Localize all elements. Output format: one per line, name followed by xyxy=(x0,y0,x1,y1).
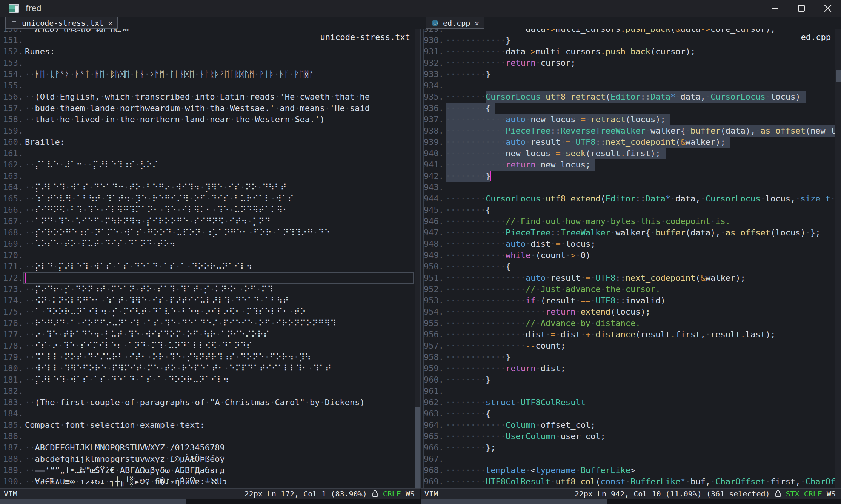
code-line[interactable]: 186. xyxy=(0,431,415,442)
code-line[interactable]: 939.············auto·result·=·UTF8::next… xyxy=(424,137,835,148)
code-line[interactable]: 183.··(The·first·couple·of·paragraphs·of… xyxy=(0,397,415,408)
code-line[interactable]: 173.··⡍⠔⠙⠖·⡊·⠙⠕⠝⠰⠞·⠍⠑⠁⠝·⠞⠕·⠎⠁⠹·⠹⠁⠞·⡊·⠅⠝⠪… xyxy=(0,284,415,295)
code-line[interactable]: 161. xyxy=(0,148,415,159)
code-line[interactable]: 179.··⠩⠁⠇⠇·⠝⠕⠞·⠙⠊⠌⠥⠗⠃·⠊⠞⠂·⠕⠗·⠹⠑·⡊⠳⠝⠞⠗⠹⠰⠎… xyxy=(0,352,415,363)
code-line[interactable]: 935.········CursorLocus·utf8_retract(Edi… xyxy=(424,91,835,103)
code-line[interactable]: 174.··⠪⠝·⠅⠝⠪⠇⠫⠛⠑⠂·⠱⠁⠞·⠹⠻⠑·⠊⠎·⠏⠜⠞⠊⠊⠥⠇⠜⠇⠹·… xyxy=(0,295,415,306)
code-line[interactable]: 949.············while·(count·>·0) xyxy=(424,250,835,261)
code-line[interactable]: 944.········CursorLocus·utf8_extend(Edit… xyxy=(424,193,835,204)
status-flags[interactable]: STX CRLF WS xyxy=(786,489,836,498)
code-line[interactable]: 962.········struct·UTF8ColResult xyxy=(424,397,835,408)
editor-pane-right[interactable]: ed.cpp 929.················data->multi_c… xyxy=(424,29,835,488)
code-line[interactable]: 167.··⠁⠝⠙·⠹⠑·⠡⠊⠑⠋·⠍⠳⠗⠝⠻⠲·⡎⠊⠗⠕⠕⠛⠑·⠎⠊⠛⠝⠫·⠊… xyxy=(0,216,415,227)
code-line[interactable]: 953.················if·(result·==·UTF8::… xyxy=(424,295,835,306)
code-line[interactable]: 956.················dist·=·dist·+·distan… xyxy=(424,329,835,340)
status-flag-ws[interactable]: WS xyxy=(827,489,836,498)
code-line[interactable]: 169.··⠡⠕⠎⠑·⠞⠕·⠏⠥⠞·⠙⠊⠎·⠙⠁⠝⠙·⠞⠕⠲ xyxy=(0,238,415,250)
code-line[interactable]: 937.············auto·new_locus·=·retract… xyxy=(424,114,835,125)
code-line[interactable]: 963.········{ xyxy=(424,408,835,419)
code-line[interactable]: 153. xyxy=(0,57,415,69)
code-line[interactable]: 188.··abcdefghijklmnopqrstuvwxyz·£©µÀÆÖÞ… xyxy=(0,453,415,465)
code-line[interactable]: 959.············return·dist; xyxy=(424,363,835,374)
code-line[interactable]: 929.················data->multi_cursors.… xyxy=(424,29,835,35)
code-line[interactable]: 162.··⡌⠁⠧⠑·⠼⠁⠒··⡍⠜⠇⠑⠹⠰⠎·⡣⠕⠌ xyxy=(0,159,415,171)
status-flag-crlf[interactable]: CRLF xyxy=(804,489,822,498)
editor-pane-left[interactable]: unicode-stress.txt 150.··እግርህን·በፍራሽህ·ልክ·… xyxy=(0,29,415,488)
code-line[interactable]: 965.············UserColumn·user_col; xyxy=(424,431,835,442)
status-flags[interactable]: CRLF WS xyxy=(383,489,415,498)
code-line[interactable]: 156.··(Old·English,·which·transcribed·in… xyxy=(0,91,415,103)
code-line[interactable]: 930.············} xyxy=(424,35,835,46)
code-line[interactable]: 172. xyxy=(0,272,415,284)
code-line[interactable]: 189.··–—‘“”„†•…‰™œŠŸž€·ΑΒΓΔΩαβγδω·АБВГДа… xyxy=(0,465,415,476)
scrollbar-thumb[interactable] xyxy=(421,499,607,504)
code-line[interactable]: 942.········} xyxy=(424,171,835,182)
vertical-scrollbar-right[interactable] xyxy=(835,29,841,488)
code-line[interactable]: 168.··⡎⠊⠗⠕⠕⠛⠑⠰⠎·⠝⠁⠍⠑·⠺⠁⠎·⠛⠕⠕⠙·⠥⠏⠕⠝·⠰⡡⠁⠝⠛… xyxy=(0,227,415,238)
code-line[interactable]: 945.········{ xyxy=(424,204,835,216)
code-line[interactable]: 166.··⠎⠊⠛⠝⠫·⠃⠹·⠹⠑·⠊⠇⠻⠛⠹⠍⠁⠝⠂·⠹⠑·⠊⠇⠻⠅⠂·⠹⠑·… xyxy=(0,204,415,216)
code-line[interactable]: 933.········} xyxy=(424,69,835,80)
code-line[interactable]: 969.········UTF8ColResult·utf8_col(const… xyxy=(424,476,835,487)
code-line[interactable]: 938.············PieceTree::ReverseTreeWa… xyxy=(424,125,835,137)
vertical-scrollbar-left[interactable] xyxy=(415,29,420,488)
code-line[interactable]: 170. xyxy=(0,250,415,261)
scrollbar-thumb[interactable] xyxy=(415,407,420,488)
code-line[interactable]: 932.············return·cursor; xyxy=(424,57,835,69)
code-line[interactable]: 164.··⡍⠜⠇⠑⠹·⠺⠁⠎·⠙⠑⠁⠙⠒·⠞⠕·⠃⠑⠛⠔·⠺⠊⠹⠲·⡹⠻⠑·⠊… xyxy=(0,182,415,193)
close-button[interactable] xyxy=(815,0,841,17)
code-line[interactable]: 163. xyxy=(0,171,415,182)
code-line[interactable]: 951.················auto·result·=·UTF8::… xyxy=(424,272,835,284)
code-line[interactable]: 960.········} xyxy=(424,374,835,386)
minimize-button[interactable] xyxy=(762,0,788,17)
tab-close-icon[interactable]: ✕ xyxy=(475,19,479,27)
scrollbar-thumb[interactable] xyxy=(836,70,841,82)
code-line[interactable]: 950.············{ xyxy=(424,261,835,272)
code-line[interactable]: 957.················--count; xyxy=(424,340,835,352)
tab-ed-cpp[interactable]: C + + ed.cpp ✕ xyxy=(426,17,484,29)
scrollbar-thumb[interactable] xyxy=(0,499,186,504)
code-line[interactable]: 180.··⠺⠊⠇⠇·⠹⠻⠑⠋⠕⠗⠑·⠏⠻⠍⠊⠞·⠍⠑·⠞⠕·⠗⠑⠏⠑⠁⠞⠂·⠑… xyxy=(0,363,415,374)
code-line[interactable]: 171.··⡕⠇⠙·⡍⠜⠇⠑⠹·⠺⠁⠎·⠁⠎·⠙⠑⠁⠙·⠁⠎·⠁·⠙⠕⠕⠗⠤⠝⠁… xyxy=(0,261,415,272)
horizontal-scrollbar-left[interactable] xyxy=(0,499,420,504)
code-line[interactable]: 155. xyxy=(0,80,415,91)
code-line[interactable]: 175.··⠁·⠙⠕⠕⠗⠤⠝⠁⠊⠇⠲·⡊·⠍⠊⠣⠞·⠙⠁⠧⠑·⠃⠑⠲·⠔⠊⠇⠔⠫… xyxy=(0,306,415,318)
lock-icon[interactable] xyxy=(372,490,378,498)
code-line[interactable]: 152.Runes: xyxy=(0,46,415,57)
code-line[interactable]: 190.··∀∂∈ℝ∧∪≡∞·↑↗↨↻⇣·┐┼╔╘░►☺♀·ﬁ�♪₂ἠḂӥẄɐ:… xyxy=(0,476,415,487)
code-line[interactable]: 966.········}; xyxy=(424,442,835,453)
code-line[interactable]: 181.··⡍⠜⠇⠑⠹·⠺⠁⠎·⠁⠎·⠙⠑⠁⠙·⠁⠎·⠁·⠙⠕⠕⠗⠤⠝⠁⠊⠇⠲ xyxy=(0,374,415,386)
code-line[interactable]: 165.··⠱⠁⠞⠑⠧⠻·⠁⠃⠳⠞·⠹⠁⠞⠲·⡹⠑·⠗⠑⠛⠊⠌⠻·⠕⠋·⠙⠊⠎·… xyxy=(0,193,415,204)
status-flag-crlf[interactable]: CRLF xyxy=(383,489,401,498)
status-flag-ws[interactable]: WS xyxy=(406,489,415,498)
pane-divider[interactable] xyxy=(420,29,424,488)
code-line[interactable]: 931.············data->multi_cursors.push… xyxy=(424,46,835,57)
code-line[interactable]: 154.··ᚻᛖ·ᚳᚹᚫᚦ·ᚦᚫᛏ·ᚻᛖ·ᛒᚢᛞᛖ·ᚩᚾ·ᚦᚫᛗ·ᛚᚪᚾᛞᛖ·ᚾ… xyxy=(0,69,415,80)
code-line[interactable]: 964.············Column·offset_col; xyxy=(424,419,835,431)
code-line[interactable]: 936.········{ xyxy=(424,103,835,114)
code-line[interactable]: 178.··⠊⠎·⠔·⠹⠑·⠎⠊⠍⠊⠇⠑⠆·⠁⠝⠙·⠍⠹·⠥⠝⠙⠁⠇⠇⠪⠫·⠙⠁… xyxy=(0,340,415,352)
code-line[interactable]: 934. xyxy=(424,80,835,91)
code-line[interactable]: 157.··bude·thaem·lande·northweardum·with… xyxy=(0,103,415,114)
code-line[interactable]: 940.············new_locus·=·seek(result.… xyxy=(424,148,835,159)
code-line[interactable]: 947.············PieceTree::TreeWalker·wa… xyxy=(424,227,835,238)
status-flag-stx[interactable]: STX xyxy=(786,489,799,498)
maximize-button[interactable] xyxy=(788,0,815,17)
code-line[interactable]: 958.············} xyxy=(424,352,835,363)
code-line[interactable]: 961. xyxy=(424,386,835,397)
code-line[interactable]: 177.··⠔·⠹⠑·⠞⠗⠁⠙⠑⠲·⡃⠥⠞·⠹⠑·⠺⠊⠎⠙⠕⠍·⠕⠋·⠳⠗·⠁⠝… xyxy=(0,329,415,340)
code-line[interactable]: 185.Compact·font·selection·example·text: xyxy=(0,419,415,431)
code-line[interactable]: 176.··⠗⠑⠛⠜⠙·⠁·⠊⠕⠋⠋⠔⠤⠝⠁⠊⠇·⠁⠎·⠹⠑·⠙⠑⠁⠙⠑⠌·⠏⠊… xyxy=(0,318,415,329)
code-line[interactable]: 182. xyxy=(0,386,415,397)
code-line[interactable]: 187.··ABCDEFGHIJKLMNOPQRSTUVWXYZ·/012345… xyxy=(0,442,415,453)
code-line[interactable]: 954.····················return·extend(lo… xyxy=(424,306,835,318)
code-line[interactable]: 967. xyxy=(424,453,835,465)
code-line[interactable]: 943. xyxy=(424,182,835,193)
code-line[interactable]: 158.··that·he·lived·in·the·northern·land… xyxy=(0,114,415,125)
code-line[interactable]: 160.Braille: xyxy=(0,137,415,148)
vim-mode-indicator[interactable]: VIM xyxy=(0,489,17,498)
code-line[interactable]: 955.················//·Advance·by·distan… xyxy=(424,318,835,329)
code-line[interactable]: 941.············return·new_locus; xyxy=(424,159,835,171)
vim-mode-indicator[interactable]: VIM xyxy=(421,489,438,498)
code-line[interactable]: 946.············//·Find·out·how·many·byt… xyxy=(424,216,835,227)
